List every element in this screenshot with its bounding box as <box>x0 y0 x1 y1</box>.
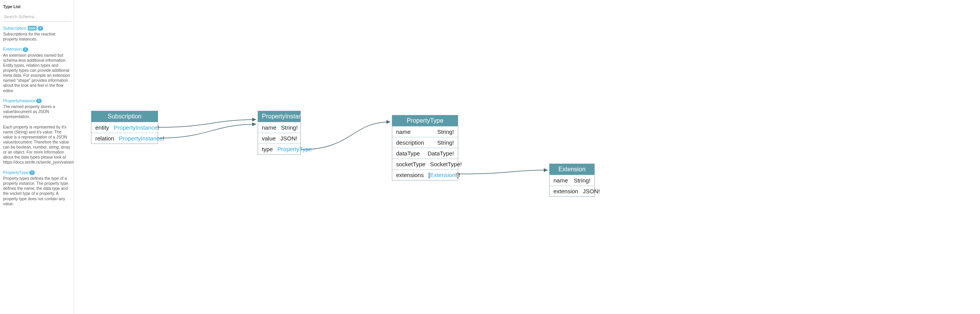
eye-icon <box>23 47 28 52</box>
field-row[interactable]: name String! <box>550 175 594 186</box>
field-name: value <box>262 135 276 142</box>
type-entry-extension[interactable]: Extension An extension provides named bu… <box>3 46 71 93</box>
type-list: Subscription root Subscriptions for the … <box>3 25 71 206</box>
field-row[interactable]: value JSON! <box>258 133 300 143</box>
svg-marker-10 <box>386 120 390 124</box>
field-type: String! <box>281 124 298 131</box>
field-name: extensions <box>396 172 424 178</box>
svg-marker-9 <box>252 122 256 126</box>
field-row[interactable]: type PropertyType <box>258 143 300 154</box>
field-name: socketType <box>396 161 425 167</box>
node-extension[interactable]: Extension name String! extension JSON! <box>549 164 595 197</box>
node-header: Subscription <box>91 111 158 122</box>
field-row[interactable]: extension JSON! <box>550 186 594 196</box>
field-type: String! <box>437 128 454 135</box>
field-name: name <box>396 128 411 135</box>
node-header: PropertyInstance <box>258 111 300 122</box>
type-entry-propertyinstance[interactable]: PropertyInstance The named property stor… <box>3 98 71 165</box>
node-header: PropertyType <box>392 115 458 126</box>
sidebar-title: Type List <box>3 3 71 12</box>
field-row[interactable]: dataType DataType! <box>392 148 458 159</box>
field-type: SocketType! <box>430 161 462 167</box>
svg-point-5 <box>39 100 40 101</box>
field-name: relation <box>95 135 114 142</box>
eye-icon <box>38 26 43 30</box>
field-row[interactable]: name String! <box>392 126 458 137</box>
type-name: PropertyInstance <box>3 98 42 104</box>
svg-point-3 <box>25 49 26 50</box>
type-name: PropertyType <box>3 170 35 176</box>
svg-point-1 <box>40 28 41 29</box>
field-name: name <box>262 124 277 131</box>
type-name: Extension <box>3 46 28 52</box>
canvas[interactable]: Subscription entity PropertyInstance! re… <box>74 0 980 314</box>
field-type: PropertyType <box>277 146 312 152</box>
type-entry-subscription[interactable]: Subscription root Subscriptions for the … <box>3 25 71 42</box>
type-name: Subscription root <box>3 25 43 31</box>
field-type: String! <box>437 139 454 146</box>
field-name: extension <box>553 188 578 194</box>
node-propertyinstance[interactable]: PropertyInstance name String! value JSON… <box>258 111 301 155</box>
field-name: description <box>396 139 424 146</box>
type-description: The named property stores a value/docume… <box>3 104 71 165</box>
svg-marker-11 <box>544 168 548 172</box>
field-name: dataType <box>396 150 420 157</box>
search-input[interactable] <box>3 12 71 22</box>
eye-icon <box>29 171 35 175</box>
type-description: An extension provides named but schema-l… <box>3 53 71 93</box>
field-row[interactable]: extensions [Extension!]! <box>392 169 458 180</box>
field-name: name <box>553 177 568 184</box>
field-row[interactable]: description String! <box>392 137 458 148</box>
field-row[interactable]: name String! <box>258 122 300 133</box>
node-propertytype[interactable]: PropertyType name String! description St… <box>392 115 458 181</box>
node-header: Extension <box>550 164 594 175</box>
edges-layer <box>74 0 980 314</box>
field-name: entity <box>95 124 109 131</box>
field-row[interactable]: entity PropertyInstance! <box>91 122 158 133</box>
node-subscription[interactable]: Subscription entity PropertyInstance! re… <box>91 111 158 144</box>
field-type: PropertyInstance! <box>114 124 159 131</box>
field-type: String! <box>574 177 590 184</box>
eye-icon <box>36 99 42 103</box>
root-badge: root <box>28 26 37 30</box>
type-entry-propertytype[interactable]: PropertyType Property types defines the … <box>3 170 71 206</box>
field-type: JSON! <box>583 188 600 194</box>
field-row[interactable]: relation PropertyInstance! <box>91 133 158 143</box>
svg-marker-8 <box>252 118 256 122</box>
field-row[interactable]: socketType SocketType! <box>392 159 458 169</box>
field-type: JSON! <box>280 135 297 142</box>
svg-point-7 <box>32 172 33 173</box>
field-type: DataType! <box>428 150 454 157</box>
field-type: [Extension!]! <box>428 172 460 178</box>
type-description: Subscriptions for the reactive property … <box>3 32 71 42</box>
field-name: type <box>262 146 273 152</box>
type-description: Property types defines the type of a pro… <box>3 176 71 206</box>
field-type: PropertyInstance! <box>119 135 164 142</box>
sidebar: Type List Subscription root Subscription… <box>0 0 74 314</box>
